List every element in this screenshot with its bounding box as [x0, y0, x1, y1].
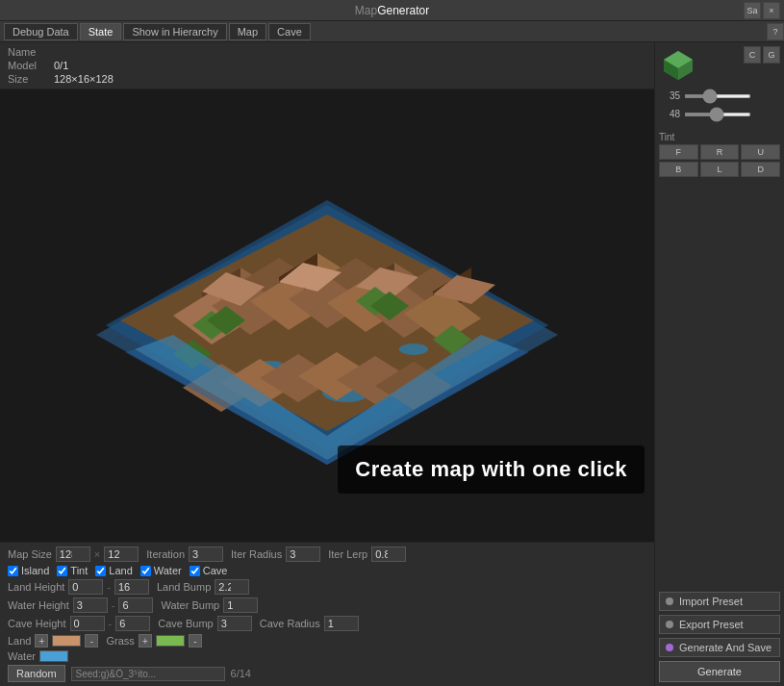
c-button[interactable]: C: [744, 46, 761, 64]
water-color-row: Water: [8, 650, 646, 662]
main-area: Name Model 0/1 Size 128×16×128: [0, 42, 784, 686]
tab-state[interactable]: State: [80, 23, 122, 40]
import-preset-button[interactable]: Import Preset: [659, 592, 780, 611]
generate-save-label: Generate And Save: [679, 642, 771, 653]
land-color-group: Land + -: [8, 634, 98, 648]
generate-main-button[interactable]: Generate: [659, 661, 780, 682]
help-button[interactable]: ?: [767, 23, 784, 40]
land-bump-input[interactable]: [215, 579, 249, 595]
tint-label: Tint: [659, 132, 674, 142]
water-checkbox[interactable]: [140, 566, 151, 576]
cave-checkbox[interactable]: [190, 566, 200, 576]
left-panel: Name Model 0/1 Size 128×16×128: [0, 42, 654, 686]
island-checkbox-group: Island: [8, 565, 49, 576]
tint-d-btn[interactable]: D: [741, 162, 780, 177]
seed-input[interactable]: [71, 667, 225, 681]
slider2[interactable]: [684, 113, 751, 116]
cave-radius-group: Cave Radius: [260, 616, 359, 631]
tab-bar: Debug Data State Show in Hierarchy Map C…: [0, 21, 784, 42]
tint-checkbox-group: Tint: [57, 565, 88, 576]
generate-save-dot: [666, 644, 673, 651]
land-bump-label: Land Bump: [157, 581, 211, 593]
cave-bump-label: Cave Bump: [158, 618, 213, 629]
land-height-max-input[interactable]: [114, 579, 149, 595]
slider1-row: 35: [659, 90, 780, 101]
svg-point-32: [399, 343, 428, 355]
import-dot: [666, 597, 673, 605]
tint-checkbox-label: Tint: [70, 565, 88, 576]
row1: Map Size × Iteration Iter Radius Iter Le…: [8, 546, 646, 562]
generate-controls-row: Random 6/14: [8, 665, 646, 682]
cave-checkbox-label: Cave: [203, 565, 228, 576]
cg-row: C G: [744, 46, 780, 64]
iteration-group: Iteration: [146, 546, 223, 562]
tint-u-btn[interactable]: U: [741, 144, 780, 160]
size-label: Size: [8, 73, 46, 85]
cave-height-label: Cave Height: [8, 618, 66, 629]
tint-f-btn[interactable]: F: [659, 144, 698, 160]
land-label: Land: [109, 565, 132, 576]
close-button[interactable]: ×: [763, 2, 780, 19]
island-checkbox[interactable]: [8, 566, 18, 576]
tab-cave[interactable]: Cave: [268, 23, 311, 40]
land-color-swatch[interactable]: [52, 635, 81, 647]
tab-map[interactable]: Map: [229, 23, 266, 40]
cave-radius-input[interactable]: [324, 616, 359, 631]
right-panel: C G 35 48 Tint F R U B L D: [654, 42, 784, 686]
g-button[interactable]: G: [763, 46, 780, 64]
slider1[interactable]: [684, 94, 751, 98]
land-checkbox-group: Land: [95, 565, 132, 576]
water-height-label: Water Height: [8, 599, 69, 611]
land-bump-group: Land Bump: [157, 579, 249, 595]
cave-height-max-input[interactable]: [115, 616, 150, 631]
export-preset-button[interactable]: Export Preset: [659, 615, 780, 634]
tint-section: Tint F R U B L D: [659, 131, 780, 177]
iteration-input[interactable]: [189, 546, 223, 562]
export-dot: [666, 621, 673, 628]
water-height-max-input[interactable]: [118, 597, 153, 613]
generate-save-button[interactable]: Generate And Save: [659, 638, 780, 657]
water-bump-input[interactable]: [223, 597, 258, 613]
map-size-x-input[interactable]: [56, 546, 90, 562]
land-height-min-input[interactable]: [68, 579, 103, 595]
random-button[interactable]: Random: [8, 665, 65, 682]
iter-lerp-input[interactable]: [371, 546, 406, 562]
land-checkbox[interactable]: [95, 566, 106, 576]
water-height-group: Water Height -: [8, 597, 153, 613]
water-color-swatch[interactable]: [39, 650, 68, 662]
tint-b-btn[interactable]: B: [659, 162, 698, 177]
info-row: Name Model 0/1 Size 128×16×128: [0, 42, 654, 89]
tab-debug-data[interactable]: Debug Data: [4, 23, 78, 40]
create-map-overlay: Create map with one click: [338, 445, 645, 494]
export-preset-label: Export Preset: [679, 619, 744, 630]
tint-l-btn[interactable]: L: [700, 162, 740, 177]
cube-icon: [659, 46, 697, 85]
cave-radius-label: Cave Radius: [260, 618, 320, 629]
water-color-label: Water: [8, 650, 36, 662]
land-minus-btn[interactable]: -: [85, 634, 98, 648]
iter-radius-input[interactable]: [286, 546, 320, 562]
map-size-group: Map Size ×: [8, 546, 139, 562]
row4: Water Height - Water Bump: [8, 597, 646, 613]
color-row: Land + - Grass + -: [8, 634, 646, 648]
cave-height-min-input[interactable]: [70, 616, 105, 631]
land-plus-btn[interactable]: +: [35, 634, 48, 648]
cave-bump-input[interactable]: [217, 616, 252, 631]
name-row: Name: [8, 46, 646, 58]
map-size-y-input[interactable]: [104, 546, 139, 562]
bottom-panel: Map Size × Iteration Iter Radius Iter Le…: [0, 542, 654, 686]
cave-checkbox-group: Cave: [190, 565, 228, 576]
water-height-min-input[interactable]: [73, 597, 108, 613]
row3: Land Height - Land Bump: [8, 579, 646, 595]
title-bar: MapGenerator Sa ×: [0, 0, 784, 21]
app-title: MapGenerator: [355, 4, 429, 17]
size-row: Size 128×16×128: [8, 73, 646, 85]
grass-plus-btn[interactable]: +: [139, 634, 152, 648]
grass-minus-btn[interactable]: -: [189, 634, 202, 648]
tint-r-btn[interactable]: R: [700, 144, 740, 160]
save-button[interactable]: Sa: [744, 2, 761, 19]
grass-color-swatch[interactable]: [156, 635, 185, 647]
tint-checkbox[interactable]: [57, 566, 67, 576]
tab-show-hierarchy[interactable]: Show in Hierarchy: [123, 23, 226, 40]
name-label: Name: [8, 46, 46, 58]
